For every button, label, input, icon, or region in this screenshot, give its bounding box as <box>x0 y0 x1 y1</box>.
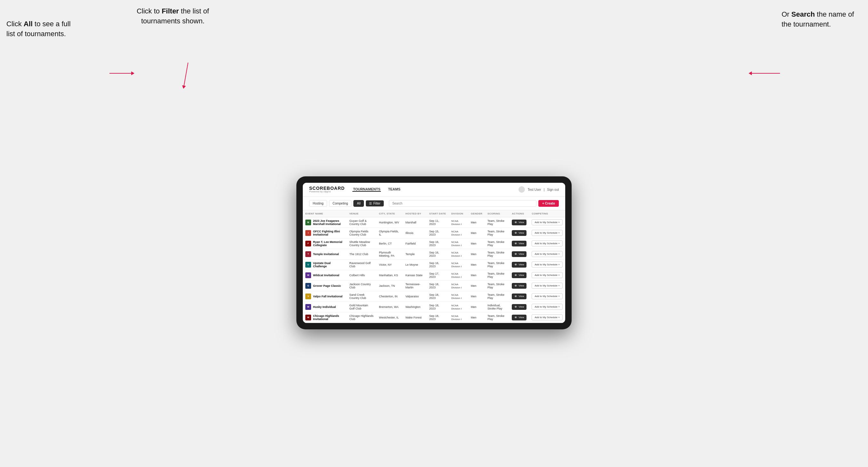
team-logo-1: I <box>305 230 311 236</box>
eye-icon-2: 👁 <box>514 242 517 245</box>
schedule-button-5[interactable]: Add to My Schedule + <box>532 272 563 278</box>
cell-action-3: 👁 View <box>509 249 529 259</box>
cell-city-5: Manhattan, KS <box>376 270 403 280</box>
cell-venue-2: Shuttle Meadow Country Club <box>347 238 376 249</box>
cell-gender-9: Men <box>468 312 485 323</box>
logo-text: SCOREBOARD <box>309 186 345 190</box>
nav-tab-teams[interactable]: TEAMS <box>387 187 401 192</box>
schedule-button-3[interactable]: Add to My Schedule + <box>532 251 563 257</box>
table-row: M 2023 Joe Feaganes Marshall Invitationa… <box>303 217 565 227</box>
schedule-button-0[interactable]: Add to My Schedule + <box>532 219 563 225</box>
tab-hosting[interactable]: Hosting <box>309 200 327 207</box>
cell-event-name-3: T Temple Invitational <box>303 249 347 259</box>
view-button-0[interactable]: 👁 View <box>512 220 527 225</box>
filter-button[interactable]: ☰ Filter <box>366 200 383 207</box>
schedule-button-6[interactable]: Add to My Schedule + <box>532 283 563 289</box>
cell-scoring-4: Team, Stroke Play <box>485 259 509 270</box>
annotation-top-center: Click to Filter the list of tournaments … <box>122 6 224 26</box>
nav-tabs: TOURNAMENTS TEAMS <box>352 187 511 192</box>
schedule-button-2[interactable]: Add to My Schedule + <box>532 240 563 246</box>
view-button-3[interactable]: 👁 View <box>512 251 527 257</box>
cell-hosted-2: Fairfield <box>403 238 427 249</box>
user-avatar <box>519 186 525 193</box>
cell-city-6: Jackson, TN <box>376 280 403 291</box>
cell-venue-5: Colbert Hills <box>347 270 376 280</box>
view-button-1[interactable]: 👁 View <box>512 230 527 236</box>
team-logo-2: F <box>305 241 311 246</box>
cell-scoring-3: Team, Stroke Play <box>485 249 509 259</box>
annotation-top-right: Or Search the name of the tournament. <box>782 9 865 29</box>
cell-city-1: Olympia Fields, IL <box>376 227 403 238</box>
tablet-screen: SCOREBOARD Powered by clipp'd TOURNAMENT… <box>303 183 565 323</box>
cell-schedule-1: Add to My Schedule + <box>529 227 565 238</box>
sign-out-link[interactable]: Sign out <box>547 188 559 191</box>
cell-venue-8: Gold Mountain Golf Club <box>347 302 376 312</box>
schedule-button-1[interactable]: Add to My Schedule + <box>532 230 563 236</box>
col-hosted-by: HOSTED BY <box>403 210 427 217</box>
cell-event-name-4: U Upstate Dual Challenge <box>303 259 347 270</box>
search-input[interactable] <box>389 200 537 207</box>
cell-event-name-9: W Chicago Highlands Invitational <box>303 312 347 323</box>
col-competing: COMPETING <box>529 210 565 217</box>
separator: | <box>544 188 545 191</box>
table-container: EVENT NAME VENUE CITY, STATE HOSTED BY S… <box>303 210 565 323</box>
cell-city-9: Westchester, IL <box>376 312 403 323</box>
table-body: M 2023 Joe Feaganes Marshall Invitationa… <box>303 217 565 323</box>
cell-venue-9: Chicago Highlands Club <box>347 312 376 323</box>
filter-icon: ☰ <box>369 201 372 205</box>
view-button-8[interactable]: 👁 View <box>512 304 527 310</box>
col-event-name: EVENT NAME <box>303 210 347 217</box>
cell-city-2: Berlin, CT <box>376 238 403 249</box>
eye-icon-5: 👁 <box>514 274 517 277</box>
view-button-7[interactable]: 👁 View <box>512 293 527 299</box>
eye-icon-8: 👁 <box>514 305 517 309</box>
tab-all[interactable]: All <box>353 200 364 207</box>
logo-sub: Powered by clipp'd <box>309 190 345 193</box>
cell-scoring-2: Team, Stroke Play <box>485 238 509 249</box>
cell-hosted-7: Valparaiso <box>403 291 427 302</box>
cell-date-2: Sep 16, 2023 <box>427 238 449 249</box>
schedule-button-4[interactable]: Add to My Schedule + <box>532 261 563 268</box>
team-logo-8: W <box>305 304 311 310</box>
cell-action-5: 👁 View <box>509 270 529 280</box>
cell-date-6: Sep 18, 2023 <box>427 280 449 291</box>
tab-competing[interactable]: Competing <box>329 200 351 207</box>
cell-schedule-7: Add to My Schedule + <box>529 291 565 302</box>
cell-venue-6: Jackson Country Club <box>347 280 376 291</box>
event-name-5: Wildcat Invitational <box>313 274 339 277</box>
table-row: W Chicago Highlands Invitational Chicago… <box>303 312 565 323</box>
view-button-9[interactable]: 👁 View <box>512 315 527 320</box>
cell-gender-2: Men <box>468 238 485 249</box>
view-button-6[interactable]: 👁 View <box>512 283 527 289</box>
view-button-4[interactable]: 👁 View <box>512 262 527 268</box>
cell-venue-4: Ravenwood Golf Club <box>347 259 376 270</box>
schedule-button-8[interactable]: Add to My Schedule + <box>532 304 563 310</box>
table-row: F Ryan T. Lee Memorial Collegiate Shuttl… <box>303 238 565 249</box>
cell-schedule-9: Add to My Schedule + <box>529 312 565 323</box>
team-logo-3: T <box>305 251 311 257</box>
cell-action-8: 👁 View <box>509 302 529 312</box>
cell-date-8: Sep 18, 2023 <box>427 302 449 312</box>
create-button[interactable]: + Create <box>538 200 559 207</box>
table-header: EVENT NAME VENUE CITY, STATE HOSTED BY S… <box>303 210 565 217</box>
cell-gender-4: Men <box>468 259 485 270</box>
team-logo-7: V <box>305 293 311 299</box>
cell-scoring-7: Team, Stroke Play <box>485 291 509 302</box>
cell-scoring-8: Individual, Stroke Play <box>485 302 509 312</box>
view-button-2[interactable]: 👁 View <box>512 241 527 246</box>
cell-division-1: NCAA Division I <box>449 227 468 238</box>
cell-hosted-8: Washington <box>403 302 427 312</box>
nav-tab-tournaments[interactable]: TOURNAMENTS <box>352 187 381 192</box>
schedule-button-9[interactable]: Add to My Schedule + <box>532 314 563 320</box>
filter-bar: Hosting Competing All ☰ Filter + Create <box>303 197 565 210</box>
cell-division-8: NCAA Division I <box>449 302 468 312</box>
view-button-5[interactable]: 👁 View <box>512 272 527 278</box>
col-city-state: CITY, STATE <box>376 210 403 217</box>
cell-division-4: NCAA Division I <box>449 259 468 270</box>
cell-schedule-4: Add to My Schedule + <box>529 259 565 270</box>
cell-venue-1: Olympia Fields Country Club <box>347 227 376 238</box>
schedule-button-7[interactable]: Add to My Schedule + <box>532 293 563 299</box>
cell-action-7: 👁 View <box>509 291 529 302</box>
cell-action-6: 👁 View <box>509 280 529 291</box>
event-name-2: Ryan T. Lee Memorial Collegiate <box>313 240 344 247</box>
